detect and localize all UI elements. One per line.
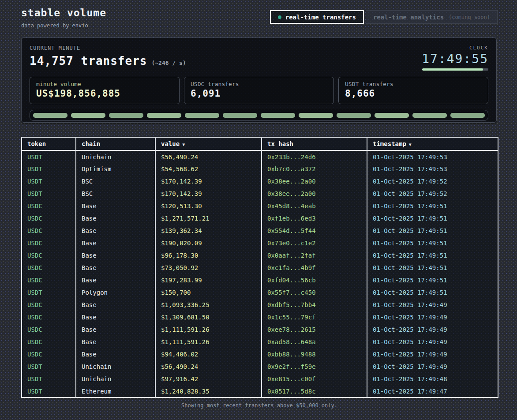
stat-label: minute volume	[36, 81, 173, 87]
column-label: tx hash	[267, 140, 293, 147]
chain-cell: Unichain	[76, 360, 155, 373]
value-cell: $170,142.39	[155, 175, 262, 188]
column-label: timestamp	[373, 140, 406, 147]
token-cell: USDT	[22, 385, 76, 398]
table-row: USDC Base $1,111,591.26 0xad58...648a 01…	[22, 336, 498, 348]
token-cell: USDC	[22, 274, 76, 286]
tx-hash-link[interactable]: 0xe815...c00f	[262, 373, 367, 385]
tx-hash-link[interactable]: 0xc1fa...4b9f	[262, 262, 367, 274]
timestamp-cell: 01-Oct-2025 17:49:49	[367, 311, 498, 323]
tx-hash-link[interactable]: 0x55f7...c450	[262, 286, 367, 299]
token-cell: USDC	[22, 262, 76, 274]
tx-hash-link[interactable]: 0xfd04...56cb	[262, 274, 367, 286]
tx-hash-link[interactable]: 0xad58...648a	[262, 336, 367, 348]
table-row: USDC Base $96,178.30 0x0aaf...2faf 01-Oc…	[22, 249, 498, 262]
timestamp-cell: 01-Oct-2025 17:49:47	[367, 385, 498, 398]
column-header-value[interactable]: value▼	[155, 137, 262, 150]
column-header-token[interactable]: token	[22, 137, 76, 150]
value-cell: $150,700	[155, 286, 262, 299]
chain-cell: Unichain	[76, 150, 155, 163]
column-header-chain[interactable]: chain	[76, 137, 155, 150]
minute-progress-track	[422, 68, 488, 71]
stat-value: 8,666	[345, 88, 482, 99]
live-dot-icon	[278, 15, 281, 19]
stat-value: 6,091	[191, 88, 327, 99]
tab-bar: real-time transfers real-time analytics …	[270, 10, 498, 24]
column-header-tx-hash[interactable]: tx hash	[262, 137, 367, 150]
current-minute-label: CURRENT MINUTE	[30, 45, 186, 51]
token-cell: USDC	[22, 249, 76, 262]
tx-hash-link[interactable]: 0x9e2f...f59e	[262, 360, 367, 373]
token-cell: USDT	[22, 360, 76, 373]
table-row: USDC Base $1,111,591.26 0xee78...2615 01…	[22, 323, 498, 336]
table-row: USDT BSC $170,142.39 0x38ee...2a00 01-Oc…	[22, 188, 498, 200]
tx-hash-link[interactable]: 0x554d...5f44	[262, 225, 367, 237]
tx-hash-link[interactable]: 0x73e0...c1e2	[262, 237, 367, 249]
table-row: USDC Base $73,050.92 0xc1fa...4b9f 01-Oc…	[22, 262, 498, 274]
tx-hash-link[interactable]: 0x8517...5d8c	[262, 385, 367, 398]
tx-hash-link[interactable]: 0xee78...2615	[262, 323, 367, 336]
token-cell: USDT	[22, 286, 76, 299]
token-cell: USDT	[22, 373, 76, 385]
value-cell: $1,309,681.50	[155, 311, 262, 323]
volume-segment	[412, 113, 447, 118]
timestamp-cell: 01-Oct-2025 17:49:52	[367, 188, 498, 200]
tx-hash-link[interactable]: 0x45d8...4eab	[262, 200, 367, 212]
chain-cell: Polygon	[76, 286, 155, 299]
transfer-rate: (~246 / s)	[151, 60, 186, 66]
tx-hash-link[interactable]: 0xdbf5...7bb4	[262, 299, 367, 311]
value-cell: $56,490.24	[155, 150, 262, 163]
stats-row: minute volume US$198,856,885 USDC transf…	[30, 77, 488, 104]
chain-cell: Base	[76, 348, 155, 360]
timestamp-cell: 01-Oct-2025 17:49:51	[367, 212, 498, 225]
chain-cell: Base	[76, 200, 155, 212]
tx-hash-link[interactable]: 0x38ee...2a00	[262, 175, 367, 188]
tab-real-time-transfers[interactable]: real-time transfers	[270, 10, 364, 24]
tx-hash-link[interactable]: 0x0aaf...2faf	[262, 249, 367, 262]
chain-cell: Base	[76, 274, 155, 286]
tab-label: real-time analytics	[373, 14, 444, 21]
brand-block: stable volume data powered by envio	[21, 7, 106, 29]
table-row: USDC Base $139,362.34 0x554d...5f44 01-O…	[22, 225, 498, 237]
column-header-timestamp[interactable]: timestamp▼	[367, 137, 498, 150]
clock-time: 17:49:55	[422, 52, 488, 66]
chain-cell: Base	[76, 336, 155, 348]
value-cell: $170,142.39	[155, 188, 262, 200]
value-cell: $1,240,828.35	[155, 385, 262, 398]
stat-value: US$198,856,885	[36, 88, 173, 99]
volume-segment	[185, 113, 219, 118]
token-cell: USDC	[22, 200, 76, 212]
volume-segment	[299, 113, 333, 118]
minute-progress-fill	[422, 68, 483, 71]
tx-hash-link[interactable]: 0xb7c0...a372	[262, 163, 367, 175]
chain-cell: Base	[76, 262, 155, 274]
table-row: USDT Unichain $56,490.24 0x9e2f...f59e 0…	[22, 360, 498, 373]
value-cell: $139,362.34	[155, 225, 262, 237]
powered-by-text: data powered by	[21, 22, 72, 29]
tx-hash-link[interactable]: 0xf1eb...6ed3	[262, 212, 367, 225]
value-cell: $73,050.92	[155, 262, 262, 274]
panel-header: CURRENT MINUTE 14,757 transfers (~246 / …	[30, 45, 488, 71]
envio-link[interactable]: envio	[72, 22, 88, 29]
table-row: USDT Unichain $56,490.24 0x233b...24d6 0…	[22, 150, 498, 163]
tx-hash-link[interactable]: 0x233b...24d6	[262, 150, 367, 163]
top-bar: stable volume data powered by envio real…	[21, 7, 498, 29]
tx-hash-link[interactable]: 0x1c55...79cf	[262, 311, 367, 323]
value-cell: $120,513.30	[155, 200, 262, 212]
timestamp-cell: 01-Oct-2025 17:49:48	[367, 373, 498, 385]
tx-hash-link[interactable]: 0xbb88...9488	[262, 348, 367, 360]
table-row: USDC Base $1,271,571.21 0xf1eb...6ed3 01…	[22, 212, 498, 225]
tx-hash-link[interactable]: 0x38ee...2a00	[262, 188, 367, 200]
volume-segment	[147, 113, 181, 118]
table-row: USDC Base $94,406.02 0xbb88...9488 01-Oc…	[22, 348, 498, 360]
chain-cell: Base	[76, 311, 155, 323]
volume-segment	[71, 113, 105, 118]
volume-segment	[450, 113, 485, 118]
chain-cell: Base	[76, 225, 155, 237]
token-cell: USDC	[22, 336, 76, 348]
timestamp-cell: 01-Oct-2025 17:49:49	[367, 360, 498, 373]
transfer-count: 14,757 transfers	[30, 54, 147, 68]
chain-cell: BSC	[76, 175, 155, 188]
tab-real-time-analytics[interactable]: real-time analytics (coming soon)	[366, 10, 498, 24]
clock-block: CLOCK 17:49:55	[422, 45, 488, 71]
